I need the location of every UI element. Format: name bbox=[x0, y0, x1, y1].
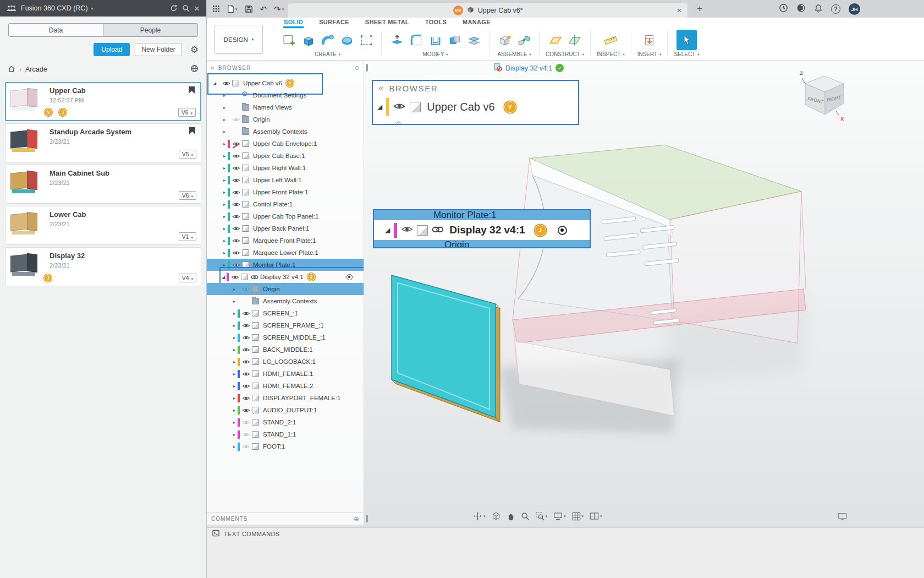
node-label[interactable]: BACK_MIDDLE:1 bbox=[263, 346, 313, 353]
expand-arrow-icon[interactable]: ▸ bbox=[231, 384, 238, 389]
browser-tree-row[interactable]: ▸ Assembly Contexts bbox=[207, 126, 364, 138]
ribbon-tab[interactable]: MANAGE bbox=[462, 19, 491, 28]
visibility-eye-icon[interactable] bbox=[230, 274, 240, 280]
expand-arrow-icon[interactable]: ▸ bbox=[231, 323, 238, 328]
chevron-down-icon[interactable]: ▾ bbox=[91, 6, 94, 11]
browser-tree-row[interactable]: ▸ Upper Left Wall:1 bbox=[207, 174, 364, 186]
node-label[interactable]: Monitor Plate:1 bbox=[253, 261, 295, 268]
zoom-window-icon[interactable]: ▾ bbox=[536, 512, 548, 521]
user-avatar[interactable]: JH bbox=[849, 3, 860, 15]
new-component-icon[interactable] bbox=[496, 30, 514, 50]
document-tab[interactable]: VS Upper Cab v6* × bbox=[288, 3, 688, 18]
version-dropdown[interactable]: V1 bbox=[179, 232, 196, 241]
browser-tree-row[interactable]: ▸ BACK_MIDDLE:1 bbox=[207, 343, 364, 356]
breadcrumb-folder[interactable]: Arcade bbox=[25, 66, 47, 73]
browser-tree-row[interactable]: ▸ AUDIO_OUTPUT:1 bbox=[207, 404, 364, 416]
expand-arrow-icon[interactable]: ▸ bbox=[221, 154, 228, 159]
browser-tree-row[interactable]: ▸ HDMI_FEMALE:2 bbox=[207, 380, 364, 392]
browser-tree-row[interactable]: ▸ Document Settings bbox=[207, 89, 364, 101]
select-cursor-icon[interactable] bbox=[676, 30, 697, 50]
node-label[interactable]: HDMI_FEMALE:2 bbox=[263, 383, 313, 389]
node-label[interactable]: LG_LOGOBACK:1 bbox=[263, 358, 316, 365]
joint-icon[interactable] bbox=[515, 30, 533, 50]
expand-arrow-icon[interactable]: ▸ bbox=[221, 93, 228, 98]
browser-tree-row[interactable]: ▸ SCREEN_MIDDLE_:1 bbox=[207, 331, 364, 343]
construct-plane-icon[interactable] bbox=[546, 30, 564, 50]
display-settings-icon[interactable]: ▾ bbox=[553, 512, 566, 521]
browser-tree-row[interactable]: ▸ Assembly Contexts bbox=[207, 295, 364, 307]
expand-arrow-icon[interactable]: ▸ bbox=[231, 311, 238, 316]
browser-tree-row[interactable]: ▸ Monitor Plate:1 bbox=[207, 259, 364, 271]
visibility-eye-icon[interactable] bbox=[232, 250, 241, 256]
view-cube[interactable]: FRONT RIGHT Z X bbox=[793, 67, 854, 122]
help-icon[interactable]: ? bbox=[831, 4, 840, 14]
insert-dropdown[interactable]: INSERT ▾ bbox=[637, 51, 662, 57]
expand-arrow-icon[interactable]: ▸ bbox=[221, 190, 228, 195]
visibility-eye-icon[interactable] bbox=[232, 262, 241, 268]
visibility-eye-icon[interactable] bbox=[241, 419, 251, 426]
close-panel-icon[interactable]: × bbox=[194, 4, 200, 13]
browser-tree-row[interactable]: ▸ LG_LOGOBACK:1 bbox=[207, 356, 364, 368]
node-label[interactable]: Contol Plate:1 bbox=[253, 201, 293, 208]
edit-in-place-status[interactable]: Display 32 v4:1 ✓ bbox=[493, 63, 564, 73]
browser-tree-row[interactable]: ▸ Upper Cab Top Panel:1 bbox=[207, 210, 364, 222]
display-toggle-icon[interactable]: ⊖ bbox=[355, 65, 360, 71]
app-grid-icon[interactable] bbox=[212, 5, 220, 13]
viewport[interactable]: Display 32 v4:1 ✓ FRONT RIGHT Z X bbox=[207, 61, 924, 527]
expand-arrow-icon[interactable]: ▸ bbox=[231, 287, 238, 292]
pattern-select-icon[interactable] bbox=[357, 30, 375, 50]
node-label[interactable]: Origin bbox=[263, 286, 280, 292]
visibility-eye-icon[interactable] bbox=[232, 201, 241, 208]
node-label[interactable]: SCREEN_FRAME_:1 bbox=[263, 322, 324, 329]
node-label[interactable]: Marquee Lower Plate:1 bbox=[253, 249, 318, 256]
visibility-eye-icon[interactable] bbox=[232, 165, 241, 171]
pan-hand-icon[interactable] bbox=[507, 512, 515, 521]
node-label[interactable]: SCREEN_MIDDLE_:1 bbox=[263, 334, 326, 341]
node-label[interactable]: Marquee Front Plate:1 bbox=[253, 237, 316, 244]
workspace-selector[interactable]: DESIGN ▾ bbox=[215, 25, 263, 54]
browser-tree-row[interactable]: ▸ Upper Back Panel:1 bbox=[207, 222, 364, 235]
visibility-eye-icon[interactable] bbox=[241, 323, 251, 329]
browser-tree-row[interactable]: ▸ Upper Cab Envelope:1 bbox=[207, 138, 364, 150]
expand-arrow-icon[interactable]: ▸ bbox=[221, 250, 228, 255]
search-icon[interactable] bbox=[182, 4, 190, 12]
browser-tree-row[interactable]: ▸ Marquee Front Plate:1 bbox=[207, 235, 364, 247]
expand-arrow-icon[interactable]: ▸ bbox=[231, 347, 238, 352]
history-clock-icon[interactable] bbox=[779, 3, 788, 14]
browser-tree-row[interactable]: ▸ Upper Cab Base:1 bbox=[207, 150, 364, 162]
visibility-eye-icon[interactable] bbox=[241, 347, 251, 353]
browser-tree-row[interactable]: ▸ STAND_1:1 bbox=[207, 428, 364, 440]
select-dropdown[interactable]: SELECT ▾ bbox=[674, 51, 699, 57]
look-at-icon[interactable] bbox=[492, 511, 501, 521]
expand-arrow-icon[interactable]: ▸ bbox=[221, 214, 228, 219]
ribbon-tab[interactable]: TOOLS bbox=[425, 19, 447, 28]
node-label[interactable]: DISPLAYPORT_FEMALE:1 bbox=[263, 395, 340, 401]
browser-tree-row[interactable]: ▸ DISPLAYPORT_FEMALE:1 bbox=[207, 392, 364, 404]
measure-icon[interactable] bbox=[602, 30, 620, 50]
visibility-eye-icon[interactable] bbox=[232, 177, 241, 183]
node-label[interactable]: Display 32 v4:1 bbox=[260, 274, 304, 280]
browser-tree-row[interactable]: ▸ SCREEN_:1 bbox=[207, 307, 364, 319]
project-file-card[interactable]: Lower Cab 2/23/21 V1 bbox=[5, 206, 201, 245]
browser-tree-row[interactable]: ▸ FOOT:1 bbox=[207, 440, 364, 452]
zoom-icon[interactable] bbox=[521, 512, 530, 521]
collapse-panel-icon[interactable]: « bbox=[211, 64, 215, 71]
visibility-eye-icon[interactable] bbox=[241, 444, 251, 450]
node-label[interactable]: Upper Cab v6 bbox=[243, 80, 282, 86]
web-globe-icon[interactable] bbox=[190, 64, 199, 74]
add-comment-icon[interactable]: ⊕ bbox=[354, 516, 359, 522]
browser-tree-row[interactable]: ▸ SCREEN_FRAME_:1 bbox=[207, 319, 364, 331]
version-dropdown[interactable]: V6 bbox=[178, 108, 196, 117]
visibility-eye-icon[interactable] bbox=[241, 359, 251, 365]
expand-arrow-icon[interactable]: ▸ bbox=[231, 444, 238, 449]
visibility-eye-icon[interactable] bbox=[241, 432, 251, 438]
inspect-dropdown[interactable]: INSPECT ▾ bbox=[597, 51, 625, 57]
version-dropdown[interactable]: V4 bbox=[179, 274, 196, 282]
node-label[interactable]: Upper Cab Base:1 bbox=[253, 152, 305, 159]
version-dropdown[interactable]: V6 bbox=[179, 191, 196, 200]
visibility-eye-icon[interactable] bbox=[232, 153, 241, 159]
expand-arrow-icon[interactable]: ◢ bbox=[211, 81, 218, 86]
text-commands-bar[interactable]: TEXT COMMANDS bbox=[207, 527, 924, 539]
visibility-eye-icon[interactable] bbox=[241, 383, 251, 389]
expand-arrow-icon[interactable]: ▸ bbox=[221, 263, 228, 268]
